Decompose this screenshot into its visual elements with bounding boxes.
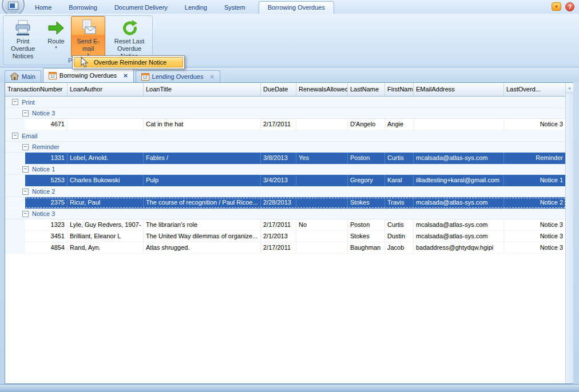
overdues-grid: TransactionNumber LoanAuthor LoanTitle D… [5,82,573,384]
collapse-icon[interactable]: − [12,99,18,105]
column-header-loanauthor[interactable]: LoanAuthor [68,83,144,96]
scroll-up-icon[interactable]: ▲ [566,83,573,93]
collapse-icon[interactable]: − [22,166,29,173]
tab-lending-overdues[interactable]: 12 Lending Overdues ✕ [136,70,220,82]
reset-refresh-icon [108,18,151,38]
grid-body: − Print − Notice 3 4671 Cat in the hat 2… [5,97,566,383]
group-label: Reminder [32,143,60,150]
route-button[interactable]: Route ▼ [43,16,69,56]
chevron-down-icon: ▼ [43,45,69,50]
column-header-renewalsallowed[interactable]: RenewalsAllowed [296,83,348,96]
grid-header-row: TransactionNumber LoanAuthor LoanTitle D… [5,83,566,97]
tab-label: Main [22,73,35,80]
collapse-icon[interactable]: − [22,189,29,195]
table-row[interactable]: 1323 Lyle, Guy Redvers, 1907- The librar… [5,219,566,231]
home-icon [10,73,19,81]
tab-label: Lending Overdues [152,73,204,80]
ribbon-tab-home[interactable]: Home [26,2,60,14]
column-header-loantitle[interactable]: LoanTitle [144,83,261,96]
button-label: Route [43,38,69,45]
table-row[interactable]: 1331 Lobel, Arnold. Fables / 3/8/2013 Ye… [5,153,566,164]
row-indent [5,219,25,231]
document-tab-strip: Main 12 Borrowing Overdues ✕ 12 Lending … [0,67,579,82]
window-bottom-border [0,384,579,392]
ribbon-tab-borrowing-overdues[interactable]: Borrowing Overdues [259,1,334,14]
ribbon-tab-document-delivery[interactable]: Document Delivery [106,2,176,14]
group-row-email-notice1[interactable]: − Notice 1 [5,164,566,175]
feedback-bubble-icon[interactable]: ▼ [552,2,561,11]
row-indent [5,197,25,209]
vertical-scrollbar[interactable]: ▲ [565,83,573,383]
collapse-icon[interactable]: − [22,110,29,117]
table-row[interactable]: 4854 Rand, Ayn. Atlas shrugged. 2/17/201… [5,242,566,254]
column-header-firstname[interactable]: FirstName [385,83,414,96]
group-label: Notice 1 [32,166,55,173]
group-label: Notice 3 [32,210,55,217]
group-row-email-reminder[interactable]: − Reminder [5,142,566,153]
ribbon-tab-borrowing[interactable]: Borrowing [60,2,106,14]
mouse-cursor [81,57,89,69]
group-label: Notice 2 [32,188,55,195]
tab-borrowing-overdues[interactable]: 12 Borrowing Overdues ✕ [43,68,134,82]
button-label: Print Overdue Notices [5,38,41,60]
group-label: Print [22,99,35,106]
collapse-icon[interactable]: − [12,133,18,139]
column-header-lastname[interactable]: LastName [348,83,385,96]
button-label: Send E-mail [72,38,105,53]
titlebar-icons: ▼ ? [552,2,574,11]
group-row-email-notice2[interactable]: − Notice 2 [5,186,566,197]
send-email-button[interactable]: Send E-mail ▼ [71,16,105,58]
tab-label: Borrowing Overdues [60,72,117,79]
ribbon-tab-lending[interactable]: Lending [176,2,216,14]
column-header-lastoverdue[interactable]: LastOverd... [504,83,566,96]
table-row[interactable]: 3451 Brilliant, Eleanor L The United Way… [5,231,566,242]
group-label: Notice 3 [32,110,55,117]
tab-main[interactable]: Main [5,70,41,82]
print-overdue-notices-button[interactable]: Print Overdue Notices [5,16,41,61]
collapse-icon[interactable]: − [22,144,29,150]
row-indent [5,242,25,254]
ribbon-tabs: Home Borrowing Document Delivery Lending… [26,1,334,14]
menu-item-overdue-reminder-notice[interactable]: Overdue Reminder Notice [74,57,183,67]
column-header-duedate[interactable]: DueDate [261,83,296,96]
group-label: Email [22,133,38,139]
application-window: Home Borrowing Document Delivery Lending… [0,0,579,392]
group-row-email[interactable]: − Email [5,130,566,142]
route-arrow-icon [43,18,69,38]
application-logo-icon [8,2,18,10]
row-indent [5,119,25,130]
reset-last-overdue-notice-button[interactable]: Reset Last Overdue Notice [107,16,152,61]
ribbon-tab-strip: Home Borrowing Document Delivery Lending… [0,0,579,14]
row-indent [5,231,25,242]
row-indent [5,153,25,164]
table-row[interactable]: 5253 Charles Bukowski Pulp 3/4/2013 Greg… [5,175,566,186]
group-row-email-notice3[interactable]: − Notice 3 [5,209,566,219]
help-icon[interactable]: ? [565,2,574,11]
printer-icon [5,18,41,38]
column-header-emailaddress[interactable]: EMailAddress [414,83,504,96]
ribbon-tab-system[interactable]: System [216,2,254,14]
collapse-icon[interactable]: − [22,211,29,217]
send-email-icon [72,18,105,38]
calendar-icon: 12 [49,72,57,79]
group-row-print[interactable]: − Print [5,97,566,108]
table-row[interactable]: 4671 Cat in the hat 2/17/2011 D'Angelo A… [5,119,566,130]
close-icon[interactable]: ✕ [209,74,214,80]
calendar-icon: 12 [141,73,149,81]
group-row-print-notice3[interactable]: − Notice 3 [5,108,566,119]
row-indent [5,175,25,186]
send-email-dropdown-menu: Overdue Reminder Notice [72,55,185,69]
close-icon[interactable]: ✕ [123,73,128,79]
column-header-transactionnumber[interactable]: TransactionNumber [5,83,68,96]
table-row[interactable]: 2375 Ricur, Paul The course of recogniti… [5,197,566,209]
